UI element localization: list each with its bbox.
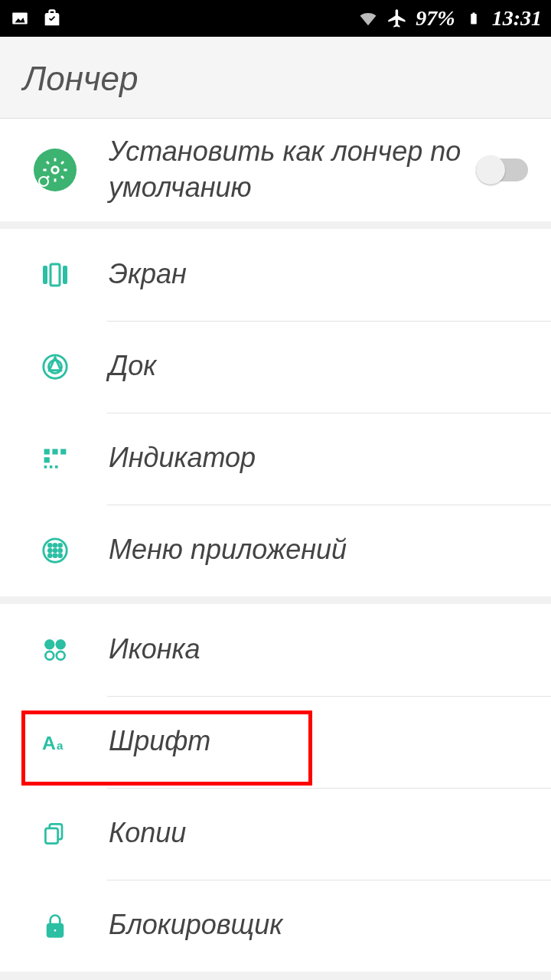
icon-label: Иконка — [109, 632, 528, 668]
svg-point-30 — [57, 651, 65, 659]
gear-circle-icon — [34, 149, 77, 191]
screen-icon — [34, 253, 77, 296]
svg-rect-12 — [60, 449, 66, 454]
default-launcher-toggle[interactable] — [476, 158, 528, 181]
svg-point-26 — [59, 554, 62, 557]
svg-text:A: A — [42, 732, 56, 753]
svg-rect-14 — [44, 466, 47, 469]
svg-point-20 — [59, 544, 62, 547]
svg-rect-16 — [55, 466, 58, 469]
svg-rect-11 — [52, 449, 57, 454]
battery-icon — [463, 8, 484, 29]
row-font[interactable]: Aa Шрифт — [0, 696, 551, 788]
indicator-icon — [34, 437, 77, 480]
battery-percent: 97% — [416, 6, 455, 31]
apps-menu-label: Меню приложений — [109, 532, 528, 568]
svg-rect-6 — [51, 264, 60, 286]
section-appearance: Иконка Aa Шрифт Копии Блокировщик — [0, 604, 551, 972]
blocker-label: Блокировщик — [109, 907, 528, 943]
svg-point-36 — [53, 928, 57, 932]
svg-text:a: a — [57, 738, 64, 751]
row-screen[interactable]: Экран — [0, 229, 551, 321]
row-icon-setting[interactable]: Иконка — [0, 604, 551, 696]
row-apps-menu[interactable]: Меню приложений — [0, 505, 551, 596]
row-dock[interactable]: Док — [0, 321, 551, 413]
default-launcher-label: Установить как лончер по умолчанию — [109, 134, 476, 206]
svg-rect-15 — [50, 466, 53, 469]
row-indicator[interactable]: Индикатор — [0, 413, 551, 505]
status-left — [9, 8, 63, 29]
svg-rect-13 — [44, 457, 50, 462]
svg-rect-7 — [63, 266, 67, 284]
svg-rect-34 — [45, 828, 57, 843]
svg-point-27 — [45, 640, 54, 648]
clock: 13:31 — [492, 6, 542, 31]
dock-label: Док — [109, 348, 528, 384]
svg-point-21 — [48, 549, 51, 552]
wifi-icon — [357, 8, 379, 29]
svg-point-29 — [45, 651, 54, 659]
svg-point-19 — [54, 544, 57, 547]
svg-point-4 — [52, 167, 59, 174]
font-icon: Aa — [34, 720, 77, 763]
section-general: Установить как лончер по умолчанию — [0, 119, 551, 221]
svg-point-23 — [59, 549, 62, 552]
shopping-icon — [41, 8, 63, 29]
svg-point-28 — [57, 640, 65, 648]
svg-rect-10 — [44, 449, 50, 454]
row-blocker[interactable]: Блокировщик — [0, 880, 551, 972]
lock-icon — [34, 904, 77, 947]
indicator-label: Индикатор — [109, 440, 528, 476]
dock-icon — [34, 345, 77, 388]
svg-point-22 — [54, 549, 57, 552]
page-header: Лончер — [0, 37, 551, 119]
svg-point-24 — [48, 554, 51, 557]
screen-label: Экран — [109, 256, 528, 292]
shapes-icon — [34, 629, 77, 671]
section-display: Экран Док Индикатор Меню приложений — [0, 229, 551, 596]
svg-rect-2 — [471, 14, 477, 24]
svg-point-25 — [54, 554, 57, 557]
font-label: Шрифт — [109, 724, 528, 760]
status-bar: 97% 13:31 — [0, 0, 551, 37]
svg-point-18 — [48, 544, 51, 547]
picture-icon — [9, 8, 31, 29]
row-default-launcher[interactable]: Установить как лончер по умолчанию — [0, 119, 551, 221]
svg-rect-3 — [472, 13, 474, 15]
row-copies[interactable]: Копии — [0, 788, 551, 880]
status-right: 97% 13:31 — [357, 6, 542, 31]
apps-menu-icon — [34, 529, 77, 572]
copies-label: Копии — [109, 815, 528, 851]
airplane-icon — [386, 8, 408, 29]
svg-rect-5 — [43, 266, 47, 284]
copies-icon — [34, 812, 77, 855]
page-title: Лончер — [23, 60, 528, 98]
